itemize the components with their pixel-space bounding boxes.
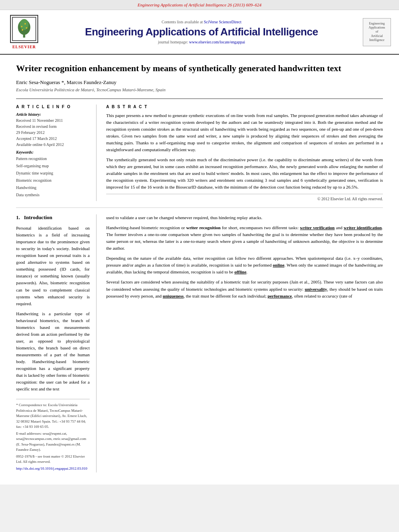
footnote-doi: http://dx.doi.org/10.1016/j.engappai.201… bbox=[16, 466, 90, 472]
abstract-paragraph-1: This paper presents a new method to gene… bbox=[106, 112, 383, 153]
page: Engineering Applications of Artificial I… bbox=[0, 0, 399, 485]
journal-sub: Contents lists available at SciVerse Sci… bbox=[45, 20, 358, 24]
intro-right-p2-and: and bbox=[335, 225, 344, 230]
intro-paragraph-1: Personal identification based on biometr… bbox=[16, 225, 90, 307]
journal-homepage: journal homepage: www.elsevier.com/locat… bbox=[45, 40, 358, 44]
footnote-email-label: E-mail addresses: bbox=[16, 431, 42, 435]
journal-header: ELSEVIER Contents lists available at Sci… bbox=[0, 10, 399, 55]
footnote-section: * Correspondence to: Escola Universitàri… bbox=[16, 399, 90, 471]
intro-right-p3-end: . bbox=[247, 269, 248, 274]
keyword-6: Data synthesis bbox=[16, 191, 90, 199]
history-label: Article history: bbox=[16, 112, 90, 117]
article-content: Writer recognition enhancement by means … bbox=[0, 55, 399, 485]
svg-point-7 bbox=[26, 27, 27, 29]
intro-right-p4-end: (rate of bbox=[338, 294, 352, 298]
intro-right-p4-bold2: uniqueness bbox=[163, 294, 184, 298]
article-info-heading: A R T I C L E I N F O bbox=[16, 105, 90, 109]
article-affiliation: Escola Universitària Politècnica de Mata… bbox=[16, 87, 383, 92]
section-divider bbox=[16, 207, 383, 208]
homepage-link[interactable]: www.elsevier.com/locate/engappai bbox=[189, 40, 245, 44]
intro-right-p3-bold: online bbox=[273, 263, 284, 267]
introduction-right-col: used to validate a user can be changed w… bbox=[106, 214, 383, 472]
history-date-2: Received in revised form bbox=[16, 123, 90, 129]
introduction-section: 1. Introduction Personal identification … bbox=[16, 214, 383, 472]
intro-title: Introduction bbox=[24, 214, 53, 220]
intro-right-paragraph-1: used to validate a user can be changed w… bbox=[106, 214, 383, 221]
footnote-issn: 0952-1976/$ - see front matter © 2012 El… bbox=[16, 454, 90, 465]
contents-text: Contents lists available at bbox=[162, 20, 204, 24]
intro-right-paragraph-4: Several factors are considered when asse… bbox=[106, 279, 383, 299]
keyword-5: Handwriting bbox=[16, 184, 90, 191]
keywords-label: Keywords: bbox=[16, 150, 90, 154]
ai-journal-logo: EngineeringApplicationsofArtificialIntel… bbox=[363, 18, 391, 46]
journal-info-center: Contents lists available at SciVerse Sci… bbox=[45, 20, 358, 44]
svg-point-4 bbox=[20, 19, 29, 30]
article-authors: Enric Sesa-Nogueras *, Marcos Faundez-Za… bbox=[16, 79, 383, 86]
keyword-3: Dynamic time warping bbox=[16, 170, 90, 177]
intro-right-p3-bold2: offline bbox=[234, 269, 247, 274]
homepage-text: journal homepage: bbox=[158, 40, 189, 44]
history-date-4: Accepted 17 March 2012 bbox=[16, 136, 90, 142]
introduction-left-col: 1. Introduction Personal identification … bbox=[16, 214, 97, 472]
article-info-col: A R T I C L E I N F O Article history: R… bbox=[16, 105, 97, 201]
intro-right-paragraph-3: Depending on the nature of the available… bbox=[106, 255, 383, 275]
authors-text: Enric Sesa-Nogueras *, Marcos Faundez-Za… bbox=[16, 79, 116, 85]
article-info-abstract-section: A R T I C L E I N F O Article history: R… bbox=[16, 99, 383, 201]
intro-right-p2-prefix: Handwriting-based biometric recognition … bbox=[106, 225, 186, 230]
keyword-1: Pattern recognition bbox=[16, 155, 90, 162]
journal-citation-bar: Engineering Applications of Artificial I… bbox=[0, 0, 399, 10]
intro-right-paragraph-2: Handwriting-based biometric recognition … bbox=[106, 224, 383, 252]
journal-title: Engineering Applications of Artificial I… bbox=[45, 26, 358, 38]
svg-point-6 bbox=[25, 23, 26, 24]
keyword-2: Self-organising map bbox=[16, 162, 90, 170]
article-title: Writer recognition enhancement by means … bbox=[16, 63, 383, 74]
footnote-star: * Correspondence to: Escola Universitàri… bbox=[16, 403, 90, 430]
history-dates: Received 11 November 2011 Received in re… bbox=[16, 117, 90, 148]
intro-right-p2-bold3: writer identification bbox=[343, 225, 382, 230]
history-date-3: 29 February 2012 bbox=[16, 129, 90, 136]
svg-point-8 bbox=[22, 29, 23, 31]
intro-right-p4-cont3: , often related to bbox=[292, 294, 322, 298]
intro-right-p4-italic: accuracy bbox=[322, 294, 338, 298]
introduction-title: 1. Introduction bbox=[16, 214, 90, 221]
journal-citation-text: Engineering Applications of Artificial I… bbox=[138, 2, 261, 7]
intro-right-p4-cont2: , the trait must be different for each i… bbox=[184, 294, 268, 298]
intro-right-p2-mid: for short, encompasses two different tas… bbox=[220, 225, 300, 230]
abstract-copyright: © 2012 Elsevier Ltd. All rights reserved… bbox=[106, 194, 383, 201]
intro-right-p4-bold: universality bbox=[305, 287, 327, 292]
svg-point-5 bbox=[21, 26, 22, 27]
keyword-4: Biometric recognition bbox=[16, 177, 90, 184]
intro-right-p2-bold: writer recognition bbox=[186, 225, 220, 230]
abstract-heading: A B S T R A C T bbox=[106, 105, 383, 109]
keywords-list: Pattern recognition Self-organising map … bbox=[16, 155, 90, 199]
elsevier-label: ELSEVIER bbox=[12, 45, 36, 49]
intro-right-p2-bold2: writer verification bbox=[300, 225, 335, 230]
history-date-5: Available online 6 April 2012 bbox=[16, 142, 90, 148]
intro-paragraph-2: Handwriting is a particular type of beha… bbox=[16, 310, 90, 393]
elsevier-logo: ELSEVIER bbox=[8, 15, 40, 49]
history-date-1: Received 11 November 2011 bbox=[16, 117, 90, 123]
sciverse-link[interactable]: SciVerse ScienceDirect bbox=[204, 20, 242, 24]
intro-number: 1. bbox=[16, 214, 20, 220]
elsevier-logo-box bbox=[10, 15, 38, 43]
footnote-email: E-mail addresses: sesa@eupmt.cat, sesa@t… bbox=[16, 431, 90, 453]
abstract-col: A B S T R A C T This paper presents a ne… bbox=[106, 105, 383, 201]
abstract-paragraph-2: The synthetically generated words not on… bbox=[106, 156, 383, 191]
doi-link[interactable]: http://dx.doi.org/10.1016/j.engappai.201… bbox=[16, 466, 87, 470]
intro-right-p4-bold3: performance bbox=[267, 294, 292, 298]
